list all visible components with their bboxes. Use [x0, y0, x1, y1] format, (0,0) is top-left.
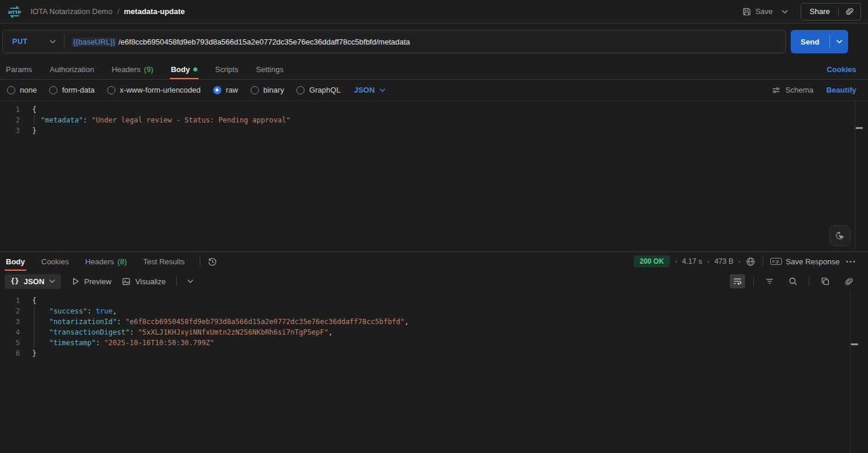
- format-options-chevron[interactable]: [187, 280, 193, 283]
- body-type-form-data[interactable]: form-data: [49, 86, 95, 94]
- paperclip-icon: [845, 7, 854, 16]
- search-button[interactable]: [785, 274, 801, 288]
- response-format-select[interactable]: {} JSON: [5, 274, 61, 289]
- wrap-text-button[interactable]: [730, 274, 745, 288]
- copy-button[interactable]: [818, 274, 833, 288]
- filter-button[interactable]: [762, 274, 777, 288]
- radio-selected-icon: [213, 86, 221, 94]
- radio-icon: [49, 86, 57, 94]
- body-type-binary[interactable]: binary: [251, 86, 284, 94]
- globe-network-icon[interactable]: [746, 257, 756, 267]
- response-history-button[interactable]: [207, 252, 217, 271]
- url-input[interactable]: {{baseURL}} /e6f8ccb6950458fd9eb793d8a56…: [64, 38, 410, 46]
- more-options-button[interactable]: •••: [846, 258, 856, 265]
- response-tab-headers[interactable]: Headers (8): [84, 252, 128, 271]
- request-tabs: Params Authorization Headers (9) Body Sc…: [0, 60, 868, 80]
- code-line: 4 "transactionDigest": "5xXLJ1KHJxyiNNfx…: [0, 327, 868, 338]
- status-badge[interactable]: 200 OK: [634, 256, 669, 267]
- http-collection-icon: HTTP: [7, 4, 22, 19]
- headers-count: (9): [144, 65, 153, 74]
- history-clock-icon: [207, 257, 217, 267]
- response-time[interactable]: 4.17 s: [682, 257, 702, 265]
- response-status-bar: 200 OK 4.17 s 473 B e.g. Save Response •…: [634, 252, 856, 271]
- response-toolbar: {} JSON Preview Visualize: [0, 271, 868, 292]
- code-line: 2 "metadata": "Under legal review - Stat…: [0, 115, 868, 125]
- play-icon: [71, 277, 80, 285]
- sliders-icon: [771, 86, 781, 95]
- save-button-label: Save: [756, 7, 773, 16]
- code-line: 5 "timestamp": "2025-10-16T10:50:30.799Z…: [0, 338, 868, 348]
- request-body-editor[interactable]: 1{2 "metadata": "Under legal review - St…: [0, 101, 868, 252]
- visualize-button[interactable]: Visualize: [122, 277, 166, 286]
- share-button-group: Share: [801, 3, 861, 21]
- copy-link-button[interactable]: [839, 7, 860, 16]
- language-select[interactable]: JSON: [354, 86, 385, 94]
- tab-authorization[interactable]: Authorization: [49, 60, 95, 79]
- divider: [809, 277, 809, 286]
- request-url-row: PUT {{baseURL}} /e6f8ccb6950458fd9eb793d…: [0, 23, 868, 60]
- editor-scrollbar[interactable]: [850, 292, 850, 453]
- indent-guide: [34, 306, 35, 348]
- send-options-button[interactable]: [830, 30, 848, 53]
- method-select[interactable]: PUT: [3, 30, 64, 53]
- editor-scrollbar[interactable]: [855, 101, 855, 251]
- beautify-button[interactable]: Beautify: [826, 86, 856, 94]
- tab-headers[interactable]: Headers (9): [111, 60, 155, 79]
- breadcrumb-collection[interactable]: IOTA Notarization Demo: [30, 7, 112, 16]
- dot-separator: [708, 261, 709, 263]
- response-tab-test-results[interactable]: Test Results: [142, 252, 186, 271]
- search-icon: [788, 277, 798, 286]
- cookies-link[interactable]: Cookies: [826, 60, 856, 79]
- tab-body[interactable]: Body: [170, 60, 199, 79]
- dot-separator: [739, 261, 740, 263]
- send-button-group: Send: [791, 30, 848, 53]
- save-icon: [742, 7, 751, 16]
- body-type-graphql[interactable]: GraphQL: [296, 86, 340, 94]
- copy-icon: [821, 277, 830, 286]
- response-body-editor[interactable]: 1{2 "success": true,3 "notarizationId": …: [0, 292, 868, 453]
- save-options-button[interactable]: [778, 8, 791, 16]
- tab-scripts[interactable]: Scripts: [214, 60, 240, 79]
- scrollbar-marker: [856, 127, 863, 129]
- response-tab-body[interactable]: Body: [5, 252, 26, 271]
- divider: [176, 277, 177, 286]
- method-label: PUT: [12, 38, 28, 46]
- breadcrumb-separator: /: [117, 7, 119, 16]
- save-button[interactable]: Save: [742, 7, 773, 16]
- send-button[interactable]: Send: [791, 30, 829, 53]
- tab-settings[interactable]: Settings: [255, 60, 285, 79]
- radio-icon: [296, 86, 305, 94]
- app-window: HTTP IOTA Notarization Demo / metadata-u…: [0, 0, 868, 453]
- response-size[interactable]: 473 B: [715, 257, 734, 265]
- schema-button[interactable]: Schema: [771, 86, 814, 95]
- share-button[interactable]: Share: [801, 7, 838, 16]
- link-button[interactable]: [841, 274, 856, 288]
- indent-guide: [34, 115, 35, 125]
- paperclip-icon: [845, 277, 853, 286]
- response-tab-cookies[interactable]: Cookies: [40, 252, 70, 271]
- scrollbar-marker: [851, 343, 858, 345]
- code-line: 1{: [0, 104, 868, 115]
- wrap-text-icon: [733, 277, 742, 286]
- dot-separator: [675, 261, 677, 263]
- radio-icon: [107, 86, 115, 94]
- braces-icon: {}: [11, 277, 19, 285]
- radio-icon: [251, 86, 259, 94]
- breadcrumb-request-name[interactable]: metadata-update: [124, 7, 185, 16]
- divider: [200, 257, 200, 266]
- code-line: 3}: [0, 125, 868, 136]
- url-container: PUT {{baseURL}} /e6f8ccb6950458fd9eb793d…: [2, 30, 786, 53]
- postbot-icon: [834, 230, 846, 241]
- postbot-button[interactable]: [829, 225, 850, 246]
- body-type-none[interactable]: none: [7, 86, 37, 94]
- body-type-x-www-form-urlencoded[interactable]: x-www-form-urlencoded: [107, 86, 201, 94]
- body-type-raw[interactable]: raw: [213, 86, 238, 94]
- code-line: 3 "notarizationId": "e6f8ccb6950458fd9eb…: [0, 316, 868, 327]
- response-header: Body Cookies Headers (8) Test Results 20…: [0, 252, 868, 271]
- url-path: /e6f8ccb6950458fd9eb793d8a566d15a2e0772d…: [118, 38, 410, 46]
- tab-params[interactable]: Params: [5, 60, 33, 79]
- save-response-button[interactable]: e.g. Save Response: [770, 257, 839, 266]
- body-modified-dot: [193, 67, 197, 71]
- preview-button[interactable]: Preview: [71, 277, 111, 286]
- code-line: 1{: [0, 295, 868, 306]
